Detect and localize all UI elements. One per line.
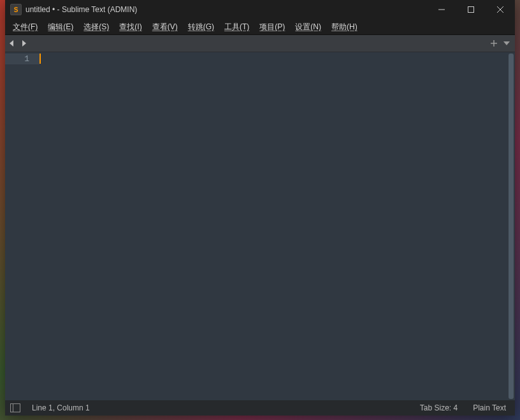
tab-next-button[interactable] (19, 39, 28, 48)
svg-rect-1 (468, 7, 474, 13)
menu-help[interactable]: 帮助(H) (326, 20, 363, 34)
scrollbar-thumb[interactable] (509, 54, 514, 399)
app-icon: S (10, 4, 22, 15)
menu-tools[interactable]: 工具(T) (219, 20, 254, 34)
chevron-right-icon (20, 40, 27, 47)
menu-edit[interactable]: 编辑(E) (43, 20, 78, 34)
tab-prev-button[interactable] (8, 39, 17, 48)
titlebar: S untitled • - Sublime Text (ADMIN) (5, 0, 515, 19)
panel-switcher-icon[interactable] (10, 403, 20, 412)
menu-find[interactable]: 查找(I) (114, 20, 147, 34)
gutter: 1 (5, 52, 40, 400)
vertical-scrollbar[interactable] (507, 52, 515, 400)
tabstrip (5, 35, 515, 52)
menu-view[interactable]: 查看(V) (147, 20, 183, 34)
status-syntax[interactable]: Plain Text (469, 403, 510, 412)
menubar: 文件(F) 编辑(E) 选择(S) 查找(I) 查看(V) 转跳(G) 工具(T… (5, 19, 515, 35)
code-area[interactable] (40, 52, 507, 400)
svg-marker-5 (22, 40, 26, 47)
chevron-down-icon (503, 40, 510, 47)
maximize-icon (468, 6, 474, 13)
statusbar: Line 1, Column 1 Tab Size: 4 Plain Text (5, 400, 515, 416)
menu-select[interactable]: 选择(S) (78, 20, 114, 34)
minimize-icon (438, 6, 445, 13)
new-tab-button[interactable] (489, 39, 498, 48)
status-tab-size[interactable]: Tab Size: 4 (416, 403, 461, 412)
maximize-button[interactable] (456, 0, 486, 19)
chevron-left-icon (9, 40, 15, 47)
svg-marker-8 (503, 41, 510, 45)
app-window: S untitled • - Sublime Text (ADMIN) 文件(F… (5, 0, 515, 416)
svg-marker-4 (10, 40, 13, 47)
menu-goto[interactable]: 转跳(G) (183, 20, 219, 34)
menu-file[interactable]: 文件(F) (8, 20, 43, 34)
line-number: 1 (5, 54, 40, 64)
close-button[interactable] (486, 0, 515, 19)
tab-dropdown-button[interactable] (502, 39, 511, 48)
plus-icon (491, 40, 497, 47)
window-title: untitled • - Sublime Text (ADMIN) (25, 5, 137, 14)
menu-settings[interactable]: 设置(N) (290, 20, 326, 34)
status-cursor-position[interactable]: Line 1, Column 1 (28, 403, 94, 412)
editor-area[interactable]: 1 (5, 52, 515, 400)
menu-project[interactable]: 项目(P) (254, 20, 290, 34)
minimize-button[interactable] (427, 0, 456, 19)
text-caret (40, 54, 41, 64)
close-icon (497, 6, 503, 13)
